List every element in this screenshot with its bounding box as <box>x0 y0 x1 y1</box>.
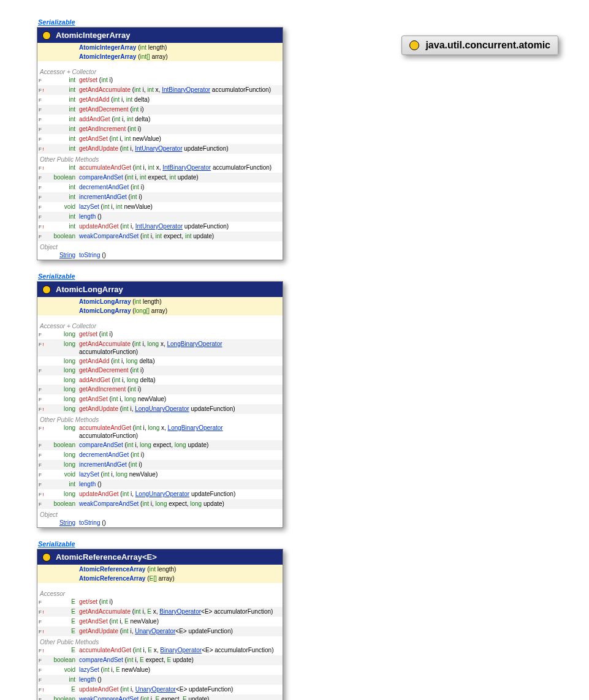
method-row: longaddAndGet (int i, long delta) <box>37 375 283 385</box>
method-signature: lazySet (int i, long newValue) <box>79 470 280 478</box>
return-type: int <box>47 480 79 488</box>
method-signature: updateAndGet (int i, UnaryOperator<E> up… <box>79 685 280 693</box>
method-row: F !intaccumulateAndGet (int i, int x, In… <box>37 163 283 173</box>
modifiers: F <box>39 396 47 404</box>
method-row: FintgetAndIncrement (int i) <box>37 124 283 134</box>
modifiers: F ! <box>39 145 47 153</box>
method-row: FlongincrementAndGet (int i) <box>37 460 283 470</box>
return-type: long <box>47 376 79 384</box>
method-row: F !longupdateAndGet (int i, LongUnaryOpe… <box>37 489 283 499</box>
class-icon <box>42 31 51 40</box>
method-row: longgetAndAdd (int i, long delta) <box>37 356 283 366</box>
return-type: long <box>47 366 79 374</box>
modifiers: F <box>39 500 47 508</box>
modifiers: F ! <box>39 86 47 94</box>
method-signature: length () <box>79 676 280 683</box>
method-row: StringtoString () <box>37 518 283 527</box>
class-icon <box>42 553 51 562</box>
method-signature: getAndIncrement (int i) <box>79 385 280 393</box>
return-type: void <box>47 470 79 478</box>
constructor-row: AtomicIntegerArray (int[] array) <box>37 52 283 61</box>
method-row: FlonggetAndDecrement (int i) <box>37 366 283 375</box>
return-type: long <box>47 357 79 365</box>
return-type: long <box>47 451 79 459</box>
modifiers: F <box>39 203 47 211</box>
return-type: long <box>47 424 79 432</box>
method-signature: get/set (int i) <box>79 330 280 338</box>
method-row: FintgetAndSet (int i, int newValue) <box>37 134 283 144</box>
method-signature: getAndSet (int i, long newValue) <box>79 395 280 403</box>
class-header: AtomicReferenceArray<E> <box>37 549 283 565</box>
modifiers: F <box>39 116 47 124</box>
method-row: FvoidlazySet (int i, int newValue) <box>37 202 283 212</box>
method-signature: decrementAndGet (int i) <box>79 451 280 459</box>
method-row: F !intgetAndAccumulate (int i, int x, In… <box>37 85 283 95</box>
method-row: FintgetAndDecrement (int i) <box>37 105 283 115</box>
return-type: long <box>47 385 79 393</box>
modifiers: F ! <box>39 628 47 636</box>
modifiers: F <box>39 618 47 626</box>
method-row: F !longaccumulateAndGet (int i, long x, … <box>37 423 283 440</box>
method-row: FbooleanweakCompareAndSet (int i, int ex… <box>37 231 283 241</box>
method-row: F !EaccumulateAndGet (int i, E x, Binary… <box>37 645 283 655</box>
method-row: FlongdecrementAndGet (int i) <box>37 450 283 460</box>
method-row: FintgetAndAdd (int i, int delta) <box>37 95 283 105</box>
method-row: FvoidlazySet (int i, long newValue) <box>37 470 283 480</box>
serializable-link[interactable]: Serializable <box>38 18 558 26</box>
modifiers: F <box>39 174 47 182</box>
modifiers: F <box>39 184 47 192</box>
method-row: F !EupdateAndGet (int i, UnaryOperator<E… <box>37 685 283 694</box>
serializable-link[interactable]: Serializable <box>38 273 558 280</box>
method-row: StringtoString () <box>37 250 283 260</box>
method-signature: lazySet (int i, int newValue) <box>79 203 280 211</box>
modifiers: F <box>39 233 47 241</box>
method-signature: compareAndSet (int i, E expect, E update… <box>79 656 280 664</box>
method-row: Fintlength () <box>37 480 283 489</box>
class-name: AtomicLongArray <box>56 285 123 294</box>
constructor-row: AtomicIntegerArray (int length) <box>37 43 283 52</box>
method-signature: updateAndGet (int i, LongUnaryOperator u… <box>79 490 280 498</box>
constructor-row: AtomicLongArray (int length) <box>37 297 283 306</box>
return-type: long <box>47 330 79 338</box>
method-row: FintincrementAndGet (int i) <box>37 192 283 202</box>
method-signature: accumulateAndGet (int i, long x, LongBin… <box>79 424 280 440</box>
method-row: F !longgetAndUpdate (int i, LongUnaryOpe… <box>37 404 283 414</box>
method-signature: weakCompareAndSet (int i, int expect, in… <box>79 232 280 240</box>
method-row: Fintlength () <box>37 212 283 222</box>
return-type: String <box>47 251 79 259</box>
return-type: int <box>47 222 79 230</box>
return-type: E <box>47 608 79 615</box>
method-row: FEgetAndSet (int i, E newValue) <box>37 617 283 627</box>
modifiers: F ! <box>39 608 47 616</box>
modifiers: F ! <box>39 647 47 655</box>
section-title: Other Public Methods <box>37 154 283 163</box>
modifiers: F <box>39 471 47 479</box>
modifiers: F ! <box>39 164 47 172</box>
return-type: int <box>47 164 79 171</box>
method-row: F !intupdateAndGet (int i, IntUnaryOpera… <box>37 222 283 231</box>
return-type: E <box>47 627 79 635</box>
modifiers: F <box>39 367 47 375</box>
method-signature: getAndUpdate (int i, IntUnaryOperator up… <box>79 145 280 152</box>
modifiers: F <box>39 213 47 221</box>
method-row: FintaddAndGet (int i, int delta) <box>37 115 283 124</box>
method-row: Fintget/set (int i) <box>37 75 283 85</box>
return-type: int <box>47 676 79 683</box>
method-row: F !intgetAndUpdate (int i, IntUnaryOpera… <box>37 144 283 154</box>
constructor-row: AtomicLongArray (long[] array) <box>37 306 283 315</box>
modifiers: F <box>39 96 47 104</box>
return-type: int <box>47 193 79 201</box>
modifiers: F ! <box>39 405 47 413</box>
modifiers: F <box>39 481 47 489</box>
serializable-link[interactable]: Serializable <box>38 540 558 548</box>
return-type: int <box>47 135 79 143</box>
modifiers: F <box>39 194 47 201</box>
return-type: void <box>47 203 79 211</box>
class-box: AtomicLongArrayAtomicLongArray (int leng… <box>37 281 283 528</box>
modifiers: F <box>39 696 47 700</box>
method-row: FEget/set (int i) <box>37 597 283 607</box>
method-row: FbooleanweakCompareAndSet (int i, E expe… <box>37 694 283 700</box>
modifiers: F <box>39 657 47 664</box>
method-signature: decrementAndGet (int i) <box>79 183 280 191</box>
return-type: boolean <box>47 500 79 508</box>
